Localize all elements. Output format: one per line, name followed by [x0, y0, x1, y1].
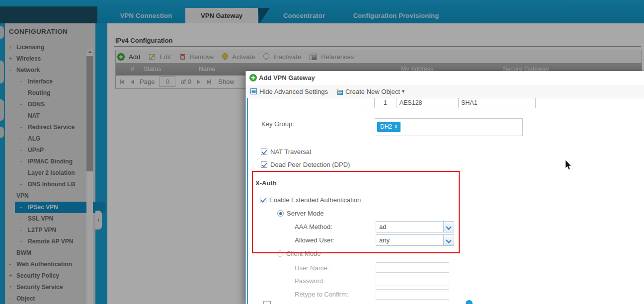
aaa-method-label: AAA Method:: [295, 223, 332, 230]
hide-advanced-settings-button[interactable]: Hide Advanced Settings: [250, 88, 328, 95]
enable-extended-authentication-label: Enable Extended Authentication: [269, 196, 361, 204]
proposal-cell-empty: [358, 98, 375, 108]
chevron-down-icon: [446, 224, 451, 229]
dpd-label: Dead Peer Detection (DPD): [270, 161, 350, 168]
key-group-field[interactable]: DH2 x: [375, 118, 523, 136]
xauth-section-title: X-Auth: [255, 179, 277, 187]
client-mode-radio[interactable]: [277, 250, 283, 257]
dropdown-button[interactable]: [443, 235, 454, 245]
server-mode-radio[interactable]: [277, 210, 284, 217]
dialog-content-left-rule: [247, 98, 248, 304]
retype-to-confirm-input[interactable]: [376, 289, 449, 300]
key-group-chip-label: DH2: [380, 122, 392, 132]
server-mode-label: Server Mode: [287, 210, 323, 217]
nat-traversal-checkbox[interactable]: [261, 149, 267, 155]
proposal-cell-encryption: AES128: [397, 98, 459, 108]
proposal-cell-number: 1: [375, 98, 397, 108]
dropdown-arrow-icon: ▼: [401, 89, 405, 94]
xauth-section-divider: [253, 191, 644, 191]
proposal-cell-authentication: SHA1: [459, 98, 535, 108]
chip-remove-icon[interactable]: x: [395, 124, 398, 130]
dropdown-button[interactable]: [443, 222, 454, 232]
user-name-input[interactable]: [376, 262, 449, 273]
mouse-cursor: [565, 160, 572, 172]
user-name-label: User Name :: [295, 264, 331, 272]
cut-off-info-icon: [466, 300, 473, 304]
add-vpn-gateway-dialog: Add VPN Gateway Hide Advanced Settings C…: [245, 71, 644, 304]
password-label: Password:: [295, 277, 325, 285]
create-new-object-icon: [336, 88, 343, 95]
advanced-settings-icon: [250, 88, 257, 94]
chevron-down-icon: [446, 237, 451, 243]
key-group-label: Key Group:: [261, 120, 294, 128]
aaa-method-value: ad: [379, 223, 386, 230]
cut-off-checkbox: [263, 301, 271, 304]
dialog-title: Add VPN Gateway: [259, 74, 315, 81]
hide-advanced-settings-label: Hide Advanced Settings: [259, 88, 328, 95]
retype-to-confirm-label: Retype to Confirm:: [295, 291, 348, 298]
proposal-table-row: 1 AES128 SHA1: [358, 98, 536, 108]
allowed-user-dropdown[interactable]: any: [376, 234, 454, 246]
create-new-object-button[interactable]: Create New Object▼: [336, 88, 405, 95]
nat-traversal-label: NAT Traversal: [270, 148, 311, 155]
password-input[interactable]: [376, 276, 449, 286]
zyxel-vpn-gateway-screen: VPN Connection VPN Gateway Concentrator …: [0, 0, 644, 304]
client-mode-label: Client Mode: [286, 250, 321, 257]
dialog-title-bar: Add VPN Gateway: [246, 71, 644, 85]
enable-extended-authentication-checkbox[interactable]: [260, 197, 266, 203]
dialog-toolbar: Hide Advanced Settings Create New Object…: [246, 85, 644, 98]
add-icon: [249, 74, 257, 81]
allowed-user-value: any: [379, 236, 390, 244]
create-new-object-label: Create New Object: [345, 88, 400, 95]
allowed-user-label: Allowed User:: [295, 236, 334, 244]
key-group-chip: DH2 x: [377, 122, 401, 132]
dpd-checkbox[interactable]: [261, 161, 267, 168]
aaa-method-dropdown[interactable]: ad: [376, 221, 454, 232]
